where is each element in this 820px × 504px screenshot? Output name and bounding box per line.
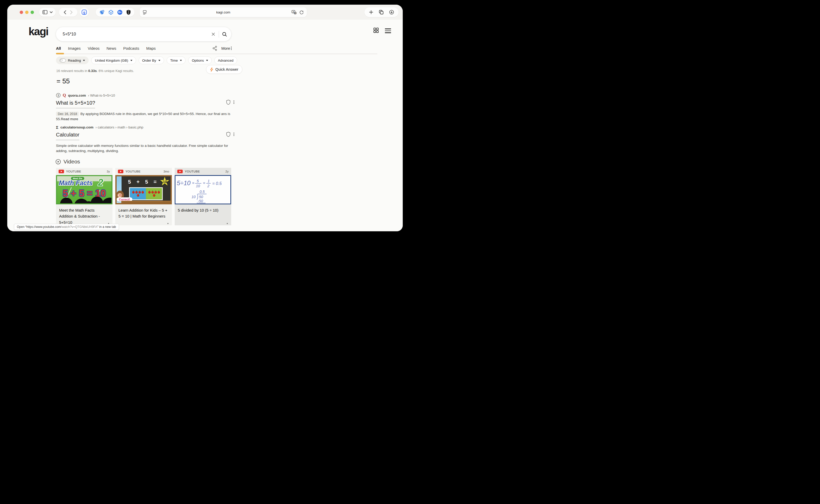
video-menu-dot[interactable] <box>167 223 168 224</box>
tab-maps[interactable]: Maps <box>146 46 156 51</box>
video-title[interactable]: 5 divided by 10 (5 ÷ 10) <box>175 204 231 213</box>
svg-text:1: 1 <box>208 179 210 183</box>
shield-icon[interactable] <box>226 132 230 137</box>
video-card-2[interactable]: YOUTUBE 3mo 5 + 5 = ★ 10 <box>115 168 172 225</box>
video-thumbnail[interactable]: 5 + 5 = ★ 10 Correct! <box>115 175 172 204</box>
caret-icon <box>83 60 85 61</box>
active-tab-indicator <box>56 53 64 54</box>
svg-text:-50: -50 <box>198 199 203 203</box>
result-snippet: Simple online calculator with memory fun… <box>56 143 231 154</box>
traffic-lights <box>20 11 34 14</box>
tab-videos[interactable]: Videos <box>88 46 99 51</box>
more-menu[interactable]: More <box>221 46 232 51</box>
video-source: YOUTUBE <box>125 170 140 173</box>
new-tab-icon[interactable] <box>369 10 373 14</box>
shield-icon[interactable] <box>226 100 230 105</box>
region-filter[interactable]: United Kingdom (GB) <box>91 56 136 64</box>
search-divider <box>219 31 219 38</box>
forward-button[interactable] <box>70 10 73 14</box>
g-extension-button[interactable]: g <box>80 8 89 17</box>
downloads-icon[interactable] <box>389 10 394 15</box>
translate-icon[interactable]: A文 <box>291 10 297 15</box>
tab-images[interactable]: Images <box>68 46 81 51</box>
video-menu-dot[interactable] <box>227 223 228 224</box>
chevron-down-icon[interactable] <box>50 11 53 13</box>
video-thumbnail[interactable]: Meet the Math Facts 2 5 + 5 = 10 <box>56 175 112 204</box>
tab-overview-icon[interactable] <box>379 10 383 15</box>
result-domain[interactable]: calculatorsoup.com <box>60 125 94 129</box>
package-extension-icon[interactable] <box>108 10 113 15</box>
video-card-3[interactable]: YOUTUBE 2y 5÷10 = 5 10 = 1 2 = 0.5 <box>175 168 231 225</box>
order-by-filter[interactable]: Order By <box>139 56 164 64</box>
search-icon[interactable] <box>222 32 227 37</box>
svg-text:= 0.5: = 0.5 <box>212 181 221 186</box>
sidebar-icon[interactable] <box>42 10 47 14</box>
apples-right <box>146 188 162 199</box>
back-button[interactable] <box>64 10 66 14</box>
youtube-icon <box>118 170 123 173</box>
share-icon[interactable] <box>212 46 217 51</box>
options-filter[interactable]: Options <box>188 56 212 64</box>
svg-text:g: g <box>83 10 85 14</box>
svg-text:B+: B+ <box>118 11 121 14</box>
video-source-row: YOUTUBE 3mo <box>115 168 172 175</box>
shield-extension-icon[interactable] <box>126 10 131 15</box>
result-more-icon[interactable] <box>233 133 234 136</box>
result-date: Dec 16, 2018 <box>56 112 79 116</box>
caret-icon <box>130 60 132 61</box>
svg-text:5: 5 <box>197 179 199 183</box>
zoom-window-button[interactable] <box>31 11 34 14</box>
advanced-filter[interactable]: Advanced <box>214 56 237 64</box>
result-breadcrumb[interactable]: › What-is-5+5×10 <box>88 93 115 97</box>
play-circle-icon <box>55 159 61 164</box>
svg-text:50: 50 <box>199 195 203 199</box>
videos-section-heading[interactable]: Videos <box>55 159 80 165</box>
hamburger-menu-icon[interactable] <box>385 28 391 33</box>
svg-text:=: = <box>203 181 205 185</box>
pause-clock-extension-icon[interactable] <box>99 10 105 15</box>
time-filter[interactable]: Time <box>167 56 186 64</box>
apps-grid-icon[interactable] <box>373 28 378 33</box>
results-meta: 16 relevant results in 0.33s. 6% unique … <box>56 69 134 73</box>
search-tabs: All Images Videos News Podcasts Maps Mor… <box>56 46 232 51</box>
browser-toolbar: g B+ kagi.com A文 <box>7 5 403 20</box>
video-title[interactable]: Meet the Math Facts Addition & Subtracti… <box>56 204 112 225</box>
search-input[interactable] <box>63 32 211 37</box>
video-thumbnail[interactable]: 5÷10 = 5 10 = 1 2 = 0.5 0.5 10 <box>175 175 231 204</box>
tab-news[interactable]: News <box>106 46 116 51</box>
address-bar[interactable]: kagi.com A文 <box>140 7 307 17</box>
kagi-page: kagi All Images Videos News Podcasts Map… <box>7 20 403 231</box>
result-actions <box>226 132 234 137</box>
result-domain[interactable]: quora.com <box>68 93 86 97</box>
quick-answer-button[interactable]: Quick Answer <box>206 65 242 74</box>
sigma-favicon: Σ <box>56 125 58 129</box>
tab-all[interactable]: All <box>56 46 61 51</box>
lightning-bolt-icon <box>210 67 213 72</box>
result-breadcrumb[interactable]: › calculators › math › basic.php <box>96 125 144 129</box>
result-more-icon[interactable] <box>233 100 234 104</box>
read-more-link[interactable]: Read more <box>61 117 78 121</box>
minimize-window-button[interactable] <box>25 11 28 14</box>
reload-icon[interactable] <box>299 10 304 15</box>
kagi-logo[interactable]: kagi <box>28 25 48 38</box>
video-title[interactable]: Learn Addition for Kids – 5 + 5 = 10 | M… <box>115 204 172 219</box>
reading-filter[interactable]: Reading <box>56 56 89 64</box>
close-window-button[interactable] <box>20 11 23 14</box>
video-source-row: YOUTUBE 3y <box>56 168 112 175</box>
svg-text:5÷10: 5÷10 <box>177 179 191 186</box>
result-title[interactable]: Calculator <box>56 132 79 140</box>
clear-search-icon[interactable] <box>211 32 215 36</box>
tab-podcasts[interactable]: Podcasts <box>123 46 139 51</box>
history-nav-group <box>59 8 77 17</box>
video-source: YOUTUBE <box>185 170 200 173</box>
filter-bar: Reading United Kingdom (GB) Order By Tim… <box>56 56 237 64</box>
svg-text:2: 2 <box>207 184 209 188</box>
search-box <box>56 27 231 41</box>
video-source: YOUTUBE <box>66 170 81 173</box>
url-text: kagi.com <box>140 10 307 14</box>
video-card-1[interactable]: YOUTUBE 3y Meet the Math Facts 2 5 + 5 =… <box>56 168 112 225</box>
b-plus-extension-icon[interactable]: B+ <box>117 10 123 15</box>
result-title[interactable]: What is 5+5×10? <box>56 100 95 108</box>
search-result-calculatorsoup: Σ calculatorsoup.com › calculators › mat… <box>56 125 231 154</box>
reading-toggle[interactable] <box>60 59 66 62</box>
